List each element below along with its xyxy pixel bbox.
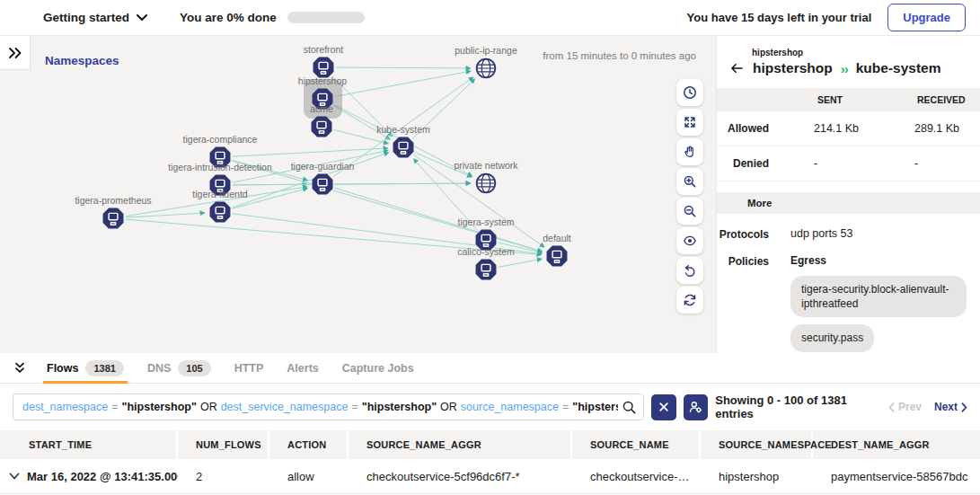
tab-label: HTTP [234,362,264,375]
zoom-in-button[interactable] [676,168,703,195]
filter-token-value: "hipstershop" [362,401,437,413]
column-header-start_time[interactable]: START_TIME [0,430,178,459]
stat-label: Allowed [717,122,814,135]
row-expand-chevron-icon[interactable] [9,473,20,481]
cell-action: allow [269,470,349,483]
tab-alerts[interactable]: Alerts [287,353,318,383]
graph-node-label: tigera-intrusion-detection [168,162,272,172]
table-row[interactable]: Mar 16, 2022 @ 13:41:35.0002allowcheckou… [0,459,980,494]
column-header-action[interactable]: ACTION [269,430,349,459]
graph-nodes: storefrontnspublic-ip-rangehipstershopns… [0,36,716,353]
chevron-right-icon [961,402,967,412]
bottom-panel: Flows1381DNS105HTTPAlertsCapture Jobs de… [0,353,980,494]
protocols-label: Protocols [717,227,769,241]
getting-started-dropdown[interactable]: Getting started [43,11,147,24]
tab-label: Flows [47,362,78,375]
collapse-panel-button[interactable] [13,361,27,375]
policies-label: Policies [717,254,769,353]
cell-text: Mar 16, 2022 @ 13:41:35.000 [27,470,178,483]
upgrade-button[interactable]: Upgrade [887,4,966,31]
flows-table-body: Mar 16, 2022 @ 13:41:35.0002allowcheckou… [0,459,980,494]
filter-query: dest_namespace="hipstershop"ORdest_servi… [22,401,618,413]
policy-pill[interactable]: security.pass [790,324,874,351]
graph-node-label: storefront [304,44,343,55]
more-section-header: More [717,192,980,214]
cell-dest_name_aggr: paymentservice-58567bdc [813,470,980,483]
namespace-icon: ns [393,137,415,159]
chevron-down-icon [137,14,147,22]
refresh-button[interactable] [676,287,703,314]
filter-token-field: source_namespace [461,401,559,413]
cell-num_flows: 2 [178,470,269,483]
tab-label: DNS [147,362,171,375]
filter-user-settings-button[interactable] [684,394,709,420]
column-header-dest_name_aggr[interactable]: DEST_NAME_AGGR [813,430,980,459]
zoom-out-button[interactable] [676,198,703,225]
showing-entries-label: Showing 0 - 100 of 1381 entries [715,393,876,420]
graph-node-label: calico-system [457,246,515,257]
graph-node-label: tigera-system [457,217,514,227]
tab-dns[interactable]: DNS105 [147,353,211,383]
stat-sent-value: 214.1 Kb [814,122,914,135]
undo-icon [683,263,697,278]
graph-node-label: default [543,233,571,243]
prev-page-button[interactable]: Prev [888,401,922,413]
filter-input[interactable]: dest_namespace="hipstershop"ORdest_servi… [13,393,644,420]
filter-token-value: "hipstershop" [122,401,197,413]
svg-text:ns: ns [218,216,222,219]
tab-capture-jobs[interactable]: Capture Jobs [342,353,414,383]
back-arrow-icon[interactable] [729,61,745,75]
fit-view-button[interactable] [676,109,703,136]
graph-toolbar [676,79,703,314]
filter-row: dest_namespace="hipstershop"ORdest_servi… [0,384,980,430]
search-icon[interactable] [619,394,643,420]
pan-button[interactable] [676,138,703,165]
progress-bar [287,12,365,23]
filter-token-keyword: OR [200,401,217,413]
cell-source_namespace: hipstershop [701,470,813,483]
detail-context-label: hipstershop [752,48,980,57]
tab-http[interactable]: HTTP [234,353,264,383]
namespace-icon: ns [475,259,498,281]
flow-source-label: hipstershop [753,60,833,76]
double-chevron-right-icon [7,46,22,60]
clock-icon [683,85,697,100]
sent-column-header: SENT [814,94,914,105]
bottom-tabs: Flows1381DNS105HTTPAlertsCapture Jobs [47,353,414,383]
filter-token-field: dest_namespace [22,401,108,413]
expand-sidebar-button[interactable] [0,36,31,70]
tab-count-badge: 105 [178,360,210,376]
next-page-button[interactable]: Next [934,401,967,413]
app-root: Getting started You are 0% done You have… [0,0,980,494]
column-header-source_name[interactable]: SOURCE_NAME [572,430,701,459]
namespace-icon: ns [311,116,333,138]
policy-pill[interactable]: tigera-security.block-alienvault-ipthrea… [790,276,967,317]
stat-label: Denied [717,157,814,170]
cell-source_name_aggr: checkoutservice-5cf96dc6f7-* [349,470,572,483]
zoom-out-icon [683,204,697,218]
tab-count-badge: 1381 [85,360,123,376]
filter-token-operator: = [562,401,569,413]
cell-source_name: checkoutservice-… [572,470,701,483]
chevron-left-icon [888,402,895,412]
svg-text:ns: ns [484,273,488,277]
received-column-header: RECEIVED [914,94,980,105]
undo-button[interactable] [676,257,703,284]
tab-label: Capture Jobs [342,362,414,375]
visibility-button[interactable] [676,227,703,254]
tab-label: Alerts [287,362,318,375]
clear-filter-button[interactable] [651,394,676,420]
column-header-source_namespace[interactable]: SOURCE_NAMESPACE [701,430,813,459]
timeline-button[interactable] [676,79,703,106]
stats-header-row: SENT RECEIVED [717,88,980,111]
filter-token-value: "hipstershop" [572,401,618,413]
column-header-source_name_aggr[interactable]: SOURCE_NAME_AGGR [349,430,572,459]
graph-node-label: private network [454,160,517,171]
tab-bar: Flows1381DNS105HTTPAlertsCapture Jobs [0,353,980,384]
tab-flows[interactable]: Flows1381 [47,353,124,383]
column-header-num_flows[interactable]: NUM_FLOWS [178,430,269,459]
filter-token-operator: = [351,401,358,413]
close-icon [658,401,670,413]
namespace-icon: ns [312,173,334,196]
progress-label: You are 0% done [180,11,277,24]
